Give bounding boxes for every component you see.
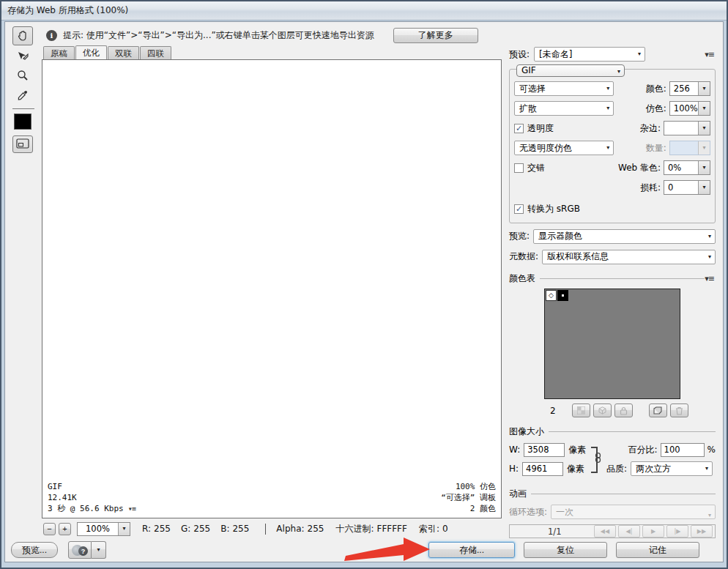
default-browser-button[interactable]: ?	[68, 541, 92, 559]
toggle-slices-visibility-button[interactable]	[12, 135, 33, 153]
dither-method-value: 扩散	[519, 103, 537, 115]
transparency-label: 透明度	[527, 122, 554, 135]
play-button: ▶	[642, 525, 664, 538]
save-button[interactable]: 存储...	[428, 542, 515, 558]
map-transparency-button[interactable]	[572, 403, 590, 417]
amount-value	[670, 141, 698, 155]
index-readout: 索引:0	[419, 523, 448, 535]
settings-menu-icon[interactable]: ▾≡	[705, 50, 716, 59]
preset-value: [未命名]	[539, 48, 572, 61]
remember-button[interactable]: 记住	[616, 542, 699, 558]
eyedropper-tool-button[interactable]	[12, 86, 33, 105]
browser-dropdown-button[interactable]: ▾	[92, 541, 106, 559]
slice-select-icon	[16, 49, 29, 62]
metadata-row: 元数据: 版权和联系信息 ▾	[509, 250, 716, 264]
status-palette: “可选择” 调板	[441, 492, 496, 503]
new-color-button[interactable]	[649, 403, 667, 417]
interlaced-label: 交错	[527, 162, 545, 174]
hex-readout: 十六进制:FFFFFF	[335, 523, 406, 535]
height-unit: 像素	[567, 463, 584, 475]
metadata-label: 元数据:	[509, 250, 538, 263]
tab-2up[interactable]: 双联	[108, 46, 139, 59]
image-preview-canvas[interactable]: GIF 12.41K 3 秒 @ 56.6 Kbps ▾≡ 100% 仿色 “可…	[42, 59, 502, 518]
hand-tool-button[interactable]	[12, 26, 33, 45]
tab-optimized[interactable]: 优化	[75, 45, 107, 59]
zoom-level-select[interactable]: 100% ▾	[77, 522, 130, 536]
amount-select: ▾	[669, 141, 710, 155]
palette-status: 100% 仿色 “可选择” 调板 2 颜色	[441, 481, 496, 514]
preview-mode-label: 预览:	[509, 230, 530, 242]
percent-input[interactable]	[661, 443, 705, 457]
status-menu-icon[interactable]: ▾≡	[128, 503, 135, 514]
height-label: H:	[509, 464, 519, 474]
info-icon: i	[46, 30, 57, 41]
chain-link-icon[interactable]	[595, 453, 601, 465]
metadata-select[interactable]: 版权和联系信息 ▾	[542, 250, 716, 264]
next-frame-button: |▶	[666, 525, 688, 538]
chevron-down-icon: ▾	[638, 51, 641, 57]
preset-select[interactable]: [未命名] ▾	[534, 47, 645, 62]
format-select[interactable]: GIF ▾	[516, 64, 625, 77]
convert-srgb-checkbox[interactable]: ✓	[514, 204, 524, 214]
web-shift-button[interactable]	[593, 403, 612, 417]
color-table-menu-icon[interactable]: ▾≡	[705, 274, 716, 283]
width-unit: 像素	[568, 444, 586, 456]
colors-select[interactable]: 256 ▾	[669, 81, 710, 96]
chevron-down-icon: ▾	[705, 466, 708, 472]
animation-title: 动画	[509, 488, 527, 500]
transparency-checkbox[interactable]: ✓	[514, 124, 524, 133]
black-color-swatch[interactable]	[557, 290, 568, 301]
chevron-down-icon: ▾	[606, 105, 609, 111]
zoom-tool-button[interactable]	[12, 66, 33, 85]
titlebar[interactable]: 存储为 Web 所用格式 (100%)	[1, 1, 727, 21]
web-snap-select[interactable]: 0% ▾	[664, 160, 710, 175]
quality-label: 品质:	[606, 463, 627, 475]
matte-value	[664, 122, 698, 135]
percent-label: 百分比:	[628, 444, 658, 456]
transparency-dither-select[interactable]: 无透明度仿色 ▾	[514, 141, 614, 155]
zoom-out-button[interactable]: −	[43, 523, 56, 535]
delete-color-button[interactable]	[670, 403, 688, 417]
eyedropper-icon	[16, 89, 29, 102]
status-filesize: 12.41K	[48, 492, 135, 503]
chevron-down-icon: ▾	[702, 105, 705, 111]
lossy-select[interactable]: 0 ▾	[664, 180, 710, 195]
dither-method-select[interactable]: 扩散 ▾	[514, 101, 614, 116]
trash-icon	[675, 406, 683, 415]
convert-srgb-label: 转换为 sRGB	[527, 203, 580, 215]
view-tabs: 原稿 优化 双联 四联	[42, 45, 502, 59]
height-input[interactable]	[522, 462, 563, 476]
reset-button[interactable]: 复位	[524, 542, 607, 558]
hint-text: 提示: 使用“文件”>“导出”>“导出为...”或右键单击某个图层可更快速地导出…	[63, 29, 374, 42]
divider	[531, 494, 716, 494]
zoom-level-value: 100%	[78, 523, 118, 535]
tab-original[interactable]: 原稿	[43, 46, 75, 59]
preview-mode-value: 显示器颜色	[538, 230, 582, 242]
width-input[interactable]	[524, 443, 565, 457]
preview-mode-select[interactable]: 显示器颜色 ▾	[533, 229, 716, 244]
preview-in-browser-button[interactable]: 预览...	[11, 542, 58, 558]
chevron-down-icon: ▾	[97, 547, 100, 553]
lock-icon	[620, 406, 628, 415]
preset-row: 预设: [未命名] ▾ ▾≡	[509, 47, 716, 62]
color-table-grid[interactable]: ◇	[544, 289, 680, 399]
zoom-in-button[interactable]: +	[59, 523, 71, 535]
tab-4up[interactable]: 四联	[140, 46, 171, 59]
tool-palette	[8, 25, 42, 538]
dialog-body: i 提示: 使用“文件”>“导出”>“导出为...”或右键单击某个图层可更快速地…	[4, 21, 724, 562]
chevron-down-icon: ▾	[702, 125, 705, 131]
color-reduction-select[interactable]: 可选择 ▾	[514, 81, 614, 96]
slice-select-tool-button[interactable]	[12, 46, 33, 65]
matte-select[interactable]: ▾	[664, 121, 710, 135]
eyedropper-color-swatch[interactable]	[14, 114, 31, 130]
quality-select[interactable]: 两次立方 ▾	[631, 461, 713, 476]
metadata-value: 版权和联系信息	[547, 250, 609, 263]
chevron-down-icon: ▾	[606, 86, 609, 92]
transparency-swatch[interactable]: ◇	[546, 290, 557, 301]
lock-color-button[interactable]	[614, 403, 633, 417]
interlaced-checkbox[interactable]	[514, 163, 524, 173]
chevron-down-icon: ▾	[122, 526, 125, 532]
status-dither: 100% 仿色	[441, 481, 496, 492]
dither-amount-select[interactable]: 100% ▾	[669, 101, 710, 116]
learn-more-button[interactable]: 了解更多	[393, 28, 478, 43]
